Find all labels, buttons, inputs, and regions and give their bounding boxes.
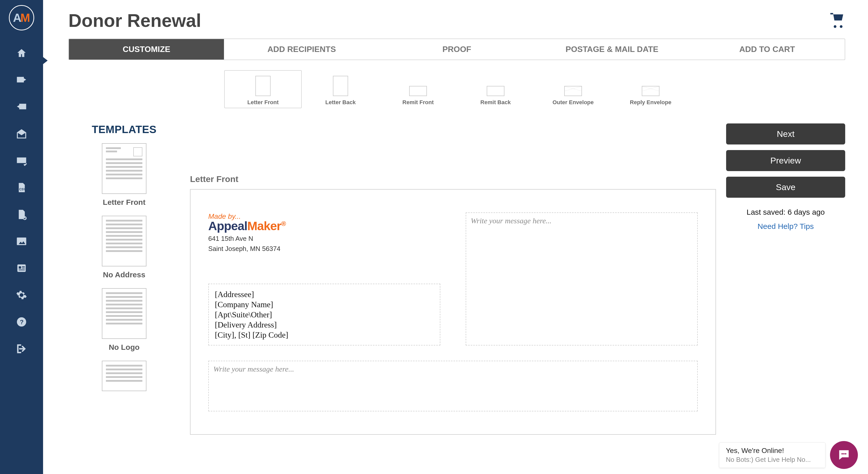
templates-heading: TEMPLATES <box>68 123 180 136</box>
step-recipients[interactable]: ADD RECIPIENTS <box>224 39 379 60</box>
logo-letter-a: A <box>13 11 20 25</box>
addr-field: [City], [St] [Zip Code] <box>215 330 434 340</box>
svg-rect-6 <box>22 268 25 268</box>
sender-address-line2: Saint Joseph, MN 56374 <box>208 245 440 253</box>
image-icon[interactable] <box>14 234 29 249</box>
template-preview-icon <box>102 288 147 339</box>
cart-icon[interactable] <box>829 12 845 30</box>
mail-out-icon[interactable] <box>14 72 29 88</box>
addr-field: [Company Name] <box>215 299 434 309</box>
template-preview-icon <box>102 143 147 194</box>
app-logo[interactable]: AM <box>9 5 34 30</box>
envelope-icon <box>487 86 504 96</box>
thumb-label: Outer Envelope <box>553 99 594 106</box>
mail-check-icon[interactable] <box>14 153 29 168</box>
last-saved-text: Last saved: 6 days ago <box>726 208 845 216</box>
letter-canvas[interactable]: Made by... AppealMaker® 641 15th Ave N S… <box>190 189 716 435</box>
file-check-icon[interactable] <box>14 207 29 222</box>
thumb-letter-back[interactable]: Letter Back <box>302 70 379 108</box>
step-proof[interactable]: PROOF <box>379 39 534 60</box>
sidebar: AM CSV ? <box>0 0 43 435</box>
main-content: Donor Renewal CUSTOMIZE ADD RECIPIENTS P… <box>43 0 868 435</box>
thumb-label: Remit Back <box>480 99 511 106</box>
help-tips-link[interactable]: Need Help? Tips <box>726 222 845 231</box>
gear-icon[interactable] <box>14 288 29 303</box>
preview-button[interactable]: Preview <box>726 150 845 171</box>
page-thumbnails: Letter Front Letter Back Remit Front Rem… <box>68 70 845 108</box>
template-label: No Logo <box>109 343 140 352</box>
thumb-reply-envelope[interactable]: Reply Envelope <box>612 70 689 108</box>
template-preview-icon <box>102 361 147 391</box>
news-icon[interactable] <box>14 261 29 276</box>
sheet-icon <box>333 76 348 96</box>
template-extra[interactable] <box>102 361 147 391</box>
sender-logo-block[interactable]: Made by... AppealMaker® 641 15th Ave N S… <box>208 212 440 253</box>
home-icon[interactable] <box>14 46 29 61</box>
template-preview-icon <box>102 216 147 266</box>
envelope-closed-icon <box>642 86 659 96</box>
open-mail-icon[interactable] <box>14 126 29 142</box>
thumb-label: Letter Back <box>325 99 356 106</box>
addr-field: [Delivery Address] <box>215 320 434 330</box>
sender-address-line1: 641 15th Ave N <box>208 234 440 243</box>
csv-icon[interactable]: CSV <box>14 180 29 195</box>
addr-field: [Apt\Suite\Other] <box>215 309 434 320</box>
envelope-icon <box>409 86 427 96</box>
svg-rect-4 <box>19 266 21 269</box>
svg-rect-5 <box>22 266 25 267</box>
thumb-label: Remit Front <box>402 99 433 106</box>
recipient-address-block[interactable]: [Addressee] [Company Name] [Apt\Suite\Ot… <box>208 284 440 346</box>
next-button[interactable]: Next <box>726 123 845 145</box>
thumb-label: Letter Front <box>247 99 278 106</box>
mail-in-icon[interactable] <box>14 99 29 115</box>
message-area-top[interactable]: Write your message here... <box>466 212 698 346</box>
thumb-remit-back[interactable]: Remit Back <box>457 70 534 108</box>
logo-letter-m: M <box>20 11 30 25</box>
envelope-closed-icon <box>564 86 582 96</box>
editor-section-title: Letter Front <box>190 174 716 184</box>
templates-panel: TEMPLATES Letter Front No Address <box>68 123 180 435</box>
actions-panel: Next Preview Save Last saved: 6 days ago… <box>726 123 845 435</box>
step-add-to-cart[interactable]: ADD TO CART <box>690 39 845 60</box>
logout-icon[interactable] <box>14 341 29 356</box>
thumb-remit-front[interactable]: Remit Front <box>379 70 457 108</box>
sheet-icon <box>255 76 271 96</box>
template-no-address[interactable]: No Address <box>102 216 147 279</box>
page-title: Donor Renewal <box>68 10 201 31</box>
template-label: Letter Front <box>103 198 146 207</box>
template-letter-front[interactable]: Letter Front <box>102 143 147 207</box>
thumb-outer-envelope[interactable]: Outer Envelope <box>534 70 612 108</box>
svg-text:CSV: CSV <box>19 187 26 191</box>
editor-panel: Letter Front Made by... AppealMaker® 641… <box>190 123 716 435</box>
addr-field: [Addressee] <box>215 289 434 299</box>
svg-text:?: ? <box>20 319 24 325</box>
thumb-label: Reply Envelope <box>630 99 672 106</box>
template-no-logo[interactable]: No Logo <box>102 288 147 352</box>
wizard-steps: CUSTOMIZE ADD RECIPIENTS PROOF POSTAGE &… <box>68 38 845 60</box>
step-postage[interactable]: POSTAGE & MAIL DATE <box>534 39 689 60</box>
logo-wordmark: AppealMaker® <box>208 219 440 233</box>
svg-rect-7 <box>19 270 25 270</box>
step-customize[interactable]: CUSTOMIZE <box>69 39 224 60</box>
help-icon[interactable]: ? <box>14 314 29 329</box>
template-label: No Address <box>103 270 145 279</box>
save-button[interactable]: Save <box>726 177 845 198</box>
thumb-letter-front[interactable]: Letter Front <box>224 70 302 108</box>
sidebar-caret-icon <box>43 57 48 64</box>
message-area-bottom[interactable]: Write your message here... <box>208 361 698 411</box>
